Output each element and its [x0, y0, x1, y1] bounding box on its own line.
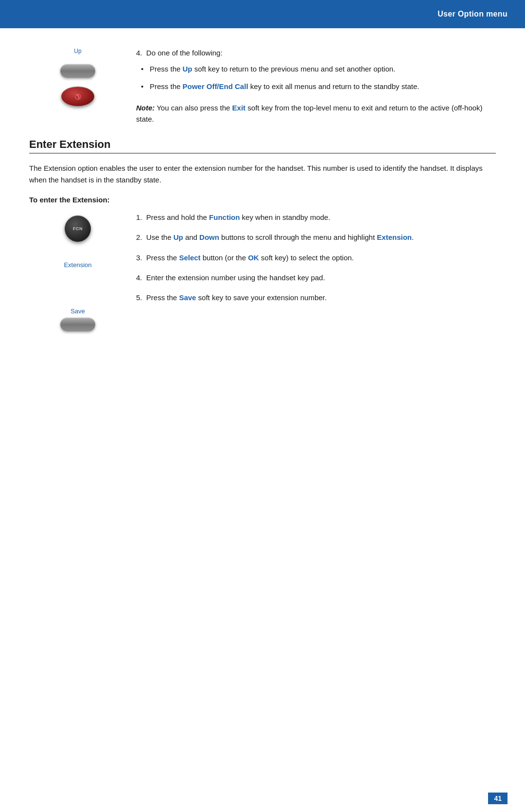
end-call-icon: ✆ — [72, 91, 84, 102]
top-right-steps: 4. Do one of the following: Press the Up… — [126, 43, 496, 125]
page-number: 41 — [488, 793, 508, 804]
fcn-button-illustration: FCN — [65, 216, 91, 242]
header-title: User Option menu — [438, 10, 508, 18]
fcn-label: FCN — [73, 226, 83, 231]
save-label: Save — [70, 307, 85, 315]
extension-label-group: Extension — [64, 261, 91, 269]
save-group: Save — [60, 307, 95, 331]
save-key-label: Save — [179, 293, 196, 302]
ext-step-2: 2. Use the Up and Down buttons to scroll… — [136, 232, 496, 243]
ext-step-5: 5. Press the Save soft key to save your … — [136, 292, 496, 303]
extension-label: Extension — [64, 261, 91, 269]
note-block: Note: You can also press the Exit soft k… — [136, 102, 496, 125]
save-button-illustration — [60, 318, 95, 331]
up-label: Up — [74, 48, 81, 54]
down-key-label: Down — [199, 233, 219, 241]
power-off-label: Power Off/End Call — [183, 82, 248, 90]
end-call-button-illustration: ✆ — [61, 87, 94, 106]
ext-left-images: FCN Extension Save — [29, 212, 126, 331]
up-key-label-2: Up — [174, 233, 183, 241]
extension-key-label: Extension — [377, 233, 412, 241]
enter-extension-heading: Enter Extension — [29, 138, 496, 151]
select-key-label: Select — [179, 253, 200, 262]
page-footer: 41 — [488, 794, 508, 802]
exit-key-label: Exit — [232, 104, 246, 112]
ext-step-4: 4. Enter the extension number using the … — [136, 272, 496, 283]
ext-right-steps: 1. Press and hold the Function key when … — [126, 212, 496, 312]
end-call-button-group: ✆ — [61, 87, 94, 106]
step4-intro: 4. Do one of the following: — [136, 48, 496, 59]
up-button-illustration — [60, 64, 95, 78]
bullet-item-2: Press the Power Off/End Call key to exit… — [141, 81, 496, 92]
header-bar: User Option menu — [0, 0, 525, 28]
up-button-group: Up — [60, 48, 95, 78]
ext-step-1: 1. Press and hold the Function key when … — [136, 212, 496, 223]
ok-key-label: OK — [248, 253, 259, 262]
function-key-label: Function — [209, 213, 240, 221]
section-rule — [29, 153, 496, 154]
top-section: Up ✆ 4. Do one of the following: Press t… — [29, 43, 496, 125]
subsection-label: To enter the Extension: — [29, 196, 496, 204]
fcn-group: FCN — [65, 216, 91, 242]
bullet-item-1: Press the Up soft key to return to the p… — [141, 64, 496, 75]
section-description: The Extension option enables the user to… — [29, 162, 496, 186]
bullet-list: Press the Up soft key to return to the p… — [141, 64, 496, 92]
up-key-label: Up — [183, 65, 192, 73]
note-label: Note: — [136, 104, 155, 112]
ext-steps-container: FCN Extension Save 1. Press and hold the… — [29, 212, 496, 331]
ext-step-3: 3. Press the Select button (or the OK so… — [136, 252, 496, 263]
page-content: Up ✆ 4. Do one of the following: Press t… — [0, 28, 525, 351]
top-left-images: Up ✆ — [29, 43, 126, 106]
